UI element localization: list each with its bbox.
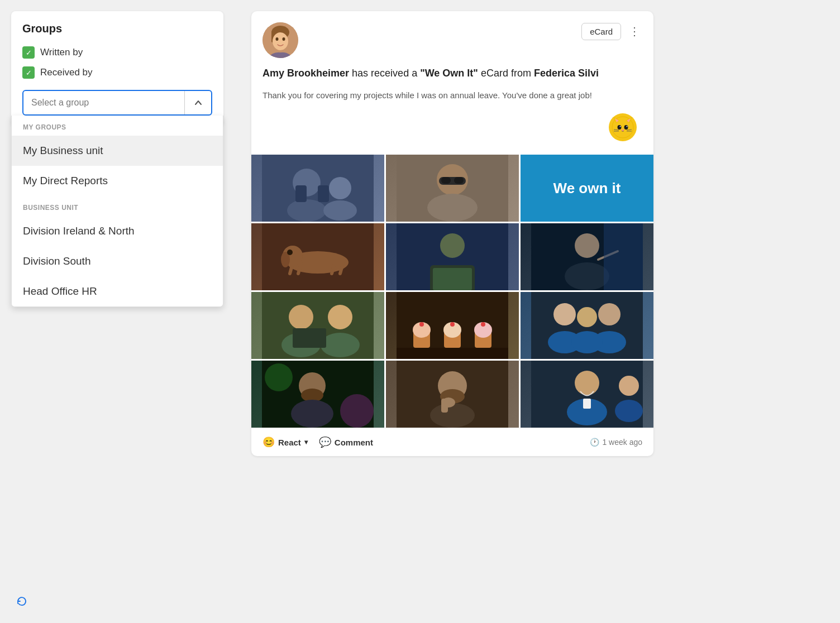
- svg-point-87: [619, 376, 639, 396]
- svg-point-3: [273, 32, 288, 50]
- emoji-cat-icon: [609, 113, 637, 141]
- svg-point-13: [620, 126, 621, 127]
- banner-text: We own it: [553, 180, 621, 197]
- svg-point-88: [615, 400, 643, 422]
- svg-point-48: [289, 305, 313, 329]
- svg-rect-52: [293, 328, 326, 348]
- comment-label: Comment: [335, 438, 373, 447]
- svg-point-82: [442, 397, 455, 408]
- sidebar-card: Groups ✓ Written by ✓ Received by MY GRO…: [11, 11, 223, 127]
- svg-point-75: [265, 363, 293, 391]
- photo-cell-4: [251, 223, 384, 290]
- post-emoji-area: [262, 113, 642, 141]
- my-groups-section-label: MY GROUPS: [12, 116, 223, 136]
- received-by-checkbox[interactable]: ✓: [22, 66, 35, 79]
- author-name: Amy Brookheimer: [262, 68, 349, 79]
- clock-icon: 🕐: [590, 438, 599, 447]
- dropdown-item-my-direct-reports[interactable]: My Direct Reports: [12, 166, 223, 196]
- svg-rect-26: [318, 185, 329, 202]
- svg-point-51: [321, 333, 360, 357]
- svg-rect-86: [583, 399, 591, 409]
- ecard-suffix: eCard from: [481, 68, 534, 79]
- svg-point-69: [577, 307, 597, 327]
- comment-icon: 💬: [319, 436, 331, 448]
- svg-point-62: [481, 322, 485, 327]
- written-by-label: Written by: [40, 47, 83, 58]
- svg-point-84: [575, 371, 599, 395]
- group-dropdown-list: MY GROUPS My Business unit My Direct Rep…: [11, 116, 223, 307]
- footer-left: 😊 React ▾ 💬 Comment: [262, 436, 373, 448]
- dropdown-item-head-office-hr[interactable]: Head Office HR: [12, 276, 223, 306]
- svg-point-4: [276, 37, 279, 41]
- svg-point-22: [287, 199, 326, 222]
- photo-cell-5: [386, 223, 519, 290]
- post-footer: 😊 React ▾ 💬 Comment 🕐 1 week ago: [251, 428, 653, 456]
- svg-rect-46: [604, 223, 643, 290]
- ecard-badge: eCard: [581, 23, 621, 40]
- svg-rect-31: [454, 177, 464, 184]
- svg-point-60: [419, 322, 424, 327]
- main-content: eCard ⋮ Amy Brookheimer has received a "…: [235, 0, 840, 623]
- photo-cell-11: [386, 361, 519, 428]
- svg-rect-63: [397, 348, 508, 359]
- photo-cell-10: [251, 361, 384, 428]
- svg-point-74: [291, 400, 333, 428]
- time-label: 1 week ago: [602, 438, 642, 447]
- svg-point-43: [575, 233, 599, 258]
- more-options-icon[interactable]: ⋮: [627, 22, 642, 40]
- svg-point-14: [627, 126, 628, 127]
- svg-point-23: [329, 177, 351, 199]
- svg-point-24: [323, 200, 357, 221]
- post-header-right: eCard ⋮: [581, 22, 642, 40]
- ecard-name: "We Own It": [420, 68, 478, 79]
- photo-grid: We own it: [251, 155, 653, 428]
- refresh-icon: [17, 596, 27, 606]
- react-icon: 😊: [262, 436, 275, 448]
- photo-cell-6: [521, 223, 653, 290]
- dropdown-item-my-business-unit[interactable]: My Business unit: [12, 136, 223, 166]
- svg-point-67: [598, 303, 621, 325]
- post-text-area: Amy Brookheimer has received a "We Own I…: [251, 66, 653, 155]
- refresh-area[interactable]: [17, 596, 27, 606]
- post-timestamp: 🕐 1 week ago: [590, 438, 642, 447]
- written-by-checkbox[interactable]: ✓: [22, 46, 35, 59]
- avatar: [262, 22, 298, 58]
- react-chevron-icon: ▾: [304, 438, 308, 446]
- photo-cell-1: [251, 155, 384, 222]
- svg-point-15: [622, 130, 624, 131]
- react-button[interactable]: 😊 React ▾: [262, 436, 308, 448]
- select-group-chevron-icon[interactable]: [184, 91, 211, 114]
- svg-point-44: [565, 262, 609, 290]
- post-card: eCard ⋮ Amy Brookheimer has received a "…: [251, 11, 653, 456]
- svg-point-70: [571, 331, 603, 353]
- photo-cell-banner: We own it: [521, 155, 653, 222]
- svg-point-39: [440, 233, 465, 258]
- svg-point-76: [340, 394, 374, 428]
- business-unit-section-label: BUSINESS UNIT: [12, 196, 223, 216]
- sender-name: Federica Silvi: [534, 68, 599, 79]
- received-by-label: Received by: [40, 67, 93, 78]
- comment-button[interactable]: 💬 Comment: [319, 436, 373, 448]
- received-by-row: ✓ Received by: [22, 66, 212, 79]
- react-label: React: [278, 438, 301, 447]
- action-text: has received a: [352, 68, 420, 79]
- written-by-row: ✓ Written by: [22, 46, 212, 59]
- photo-cell-9: [521, 292, 653, 359]
- post-header: eCard ⋮: [251, 11, 653, 66]
- post-header-left: [262, 22, 298, 58]
- svg-point-32: [427, 194, 478, 222]
- dropdown-item-division-south[interactable]: Division South: [12, 246, 223, 276]
- photo-cell-12: [521, 361, 653, 428]
- svg-point-37: [287, 250, 293, 255]
- photo-cell-8: [386, 292, 519, 359]
- select-group-input[interactable]: [23, 91, 184, 114]
- select-group-input-wrapper: [22, 90, 212, 116]
- svg-point-61: [450, 322, 455, 327]
- groups-title: Groups: [22, 22, 212, 35]
- dropdown-item-division-ireland-north[interactable]: Division Ireland & North: [12, 216, 223, 246]
- sidebar: Groups ✓ Written by ✓ Received by MY GRO…: [0, 0, 235, 623]
- svg-point-11: [618, 125, 622, 130]
- svg-point-12: [624, 125, 628, 130]
- svg-rect-25: [295, 185, 307, 202]
- svg-point-5: [283, 37, 285, 41]
